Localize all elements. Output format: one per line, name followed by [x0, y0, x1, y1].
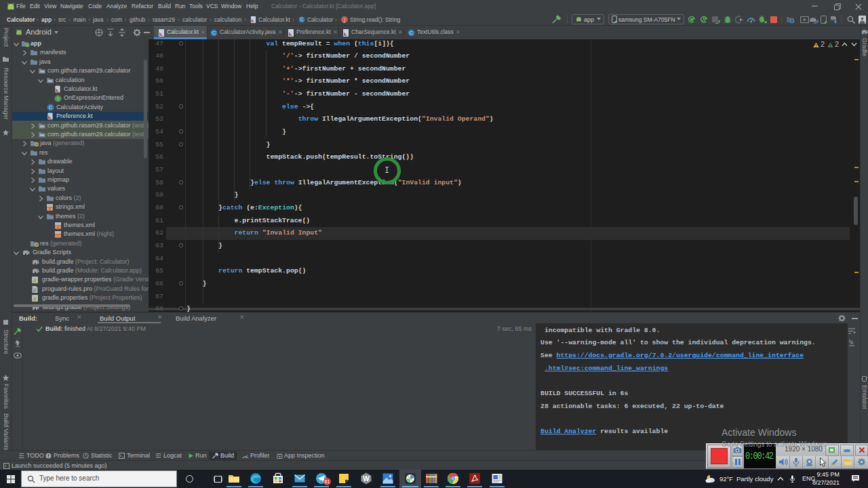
svg-text:I: I: [58, 96, 59, 101]
svg-text:C: C: [300, 17, 304, 22]
svg-text:C: C: [212, 30, 216, 36]
svg-text:C: C: [49, 104, 53, 110]
svg-text:C: C: [410, 30, 414, 36]
svg-text:W: W: [363, 475, 370, 483]
